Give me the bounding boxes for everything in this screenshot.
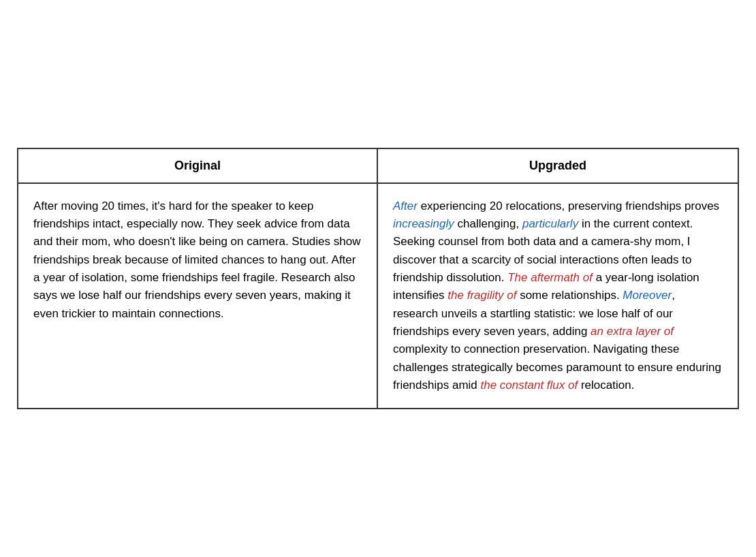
upgraded-segment: The aftermath of — [507, 271, 593, 284]
table-body: After moving 20 times, it's hard for the… — [18, 184, 738, 409]
upgraded-segment: the constant flux of — [481, 379, 578, 392]
upgraded-segment: relocation. — [578, 379, 634, 392]
header-original: Original — [18, 149, 378, 182]
upgraded-segment: increasingly — [393, 217, 454, 230]
upgraded-segment: particularly — [522, 217, 578, 230]
upgraded-segment: experiencing 20 relocations, preserving … — [418, 200, 719, 212]
header-upgraded: Upgraded — [378, 149, 738, 182]
comparison-table: Original Upgraded After moving 20 times,… — [17, 148, 739, 410]
upgraded-segment: some relationships. — [516, 289, 623, 302]
table-header: Original Upgraded — [18, 149, 738, 184]
original-text: After moving 20 times, it's hard for the… — [18, 184, 378, 409]
upgraded-text: After experiencing 20 relocations, prese… — [378, 184, 738, 409]
upgraded-segment: Moreover — [623, 289, 672, 302]
upgraded-segment: challenging, — [454, 217, 522, 230]
upgraded-segment: the fragility of — [447, 289, 516, 302]
upgraded-segment: an extra layer of — [590, 325, 674, 338]
upgraded-segment: After — [393, 200, 418, 212]
